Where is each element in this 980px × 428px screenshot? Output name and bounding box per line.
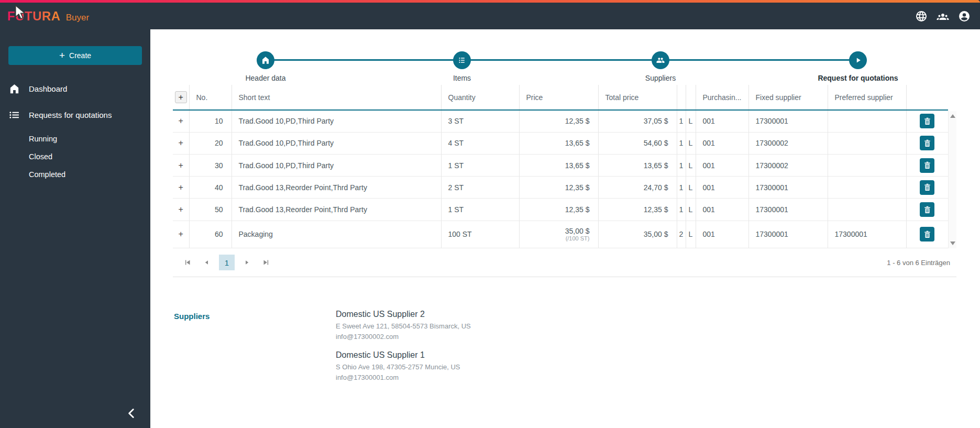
supplier-address: S Ohio Ave 198, 47305-2757 Muncie, US: [336, 362, 471, 372]
row-expander[interactable]: +: [173, 199, 189, 221]
supplier-email: info@17300001.com: [336, 372, 471, 383]
cell-u2: L: [686, 110, 696, 132]
sidebar-item-requests-for-quotations[interactable]: Requests for quotations: [0, 102, 150, 128]
row-expander[interactable]: +: [173, 221, 189, 248]
cell-quantity: 4 ST: [441, 132, 519, 154]
cell-preferred-supplier: 17300001: [828, 221, 906, 248]
trash-icon: [923, 117, 931, 125]
topbar-actions: [915, 9, 971, 23]
globe-icon[interactable]: [915, 9, 928, 23]
row-expander[interactable]: +: [173, 132, 189, 154]
delete-row-button[interactable]: [920, 136, 934, 150]
cell-purchasing: 001: [696, 177, 748, 199]
delete-row-button[interactable]: [920, 158, 934, 173]
step-header-data-circle[interactable]: [257, 51, 274, 69]
scroll-down-arrow-icon[interactable]: [950, 242, 955, 245]
scroll-up-arrow-icon[interactable]: [950, 114, 955, 118]
app-logo[interactable]: FUTURA Buyer: [7, 9, 89, 24]
cell-quantity: 3 ST: [441, 110, 519, 132]
sidebar-subitem-running[interactable]: Running: [0, 130, 150, 148]
wizard-stepper: Header data Items Suppliers Request for …: [150, 29, 980, 85]
cell-actions: [906, 154, 948, 176]
users-icon[interactable]: [936, 9, 949, 23]
cell-preferred-supplier: [828, 199, 906, 221]
cell-short-text: Trad.Good 10,PD,Third Party: [232, 110, 441, 132]
price-value: 12,35 $: [565, 205, 590, 214]
table-scrollbar[interactable]: [948, 111, 956, 248]
table-header-row: + No. Short text Quantity Price Total pr…: [173, 85, 948, 110]
cell-u2: L: [686, 132, 696, 154]
table-row: + 20 Trad.Good 10,PD,Third Party 4 ST 13…: [173, 132, 948, 154]
suppliers-title: Suppliers: [174, 310, 336, 383]
step-request-for-quotations-circle[interactable]: [849, 51, 867, 69]
price-unit: (/100 ST): [520, 235, 590, 242]
cell-actions: [906, 110, 948, 132]
play-icon: [853, 56, 863, 65]
cell-preferred-supplier: [828, 154, 906, 176]
cell-total-price: 54,60 $: [598, 132, 677, 154]
sidebar-collapse-button[interactable]: [123, 405, 140, 422]
cell-no: 40: [189, 177, 232, 199]
cell-total-price: 24,70 $: [598, 177, 677, 199]
sidebar-subitem-completed[interactable]: Completed: [0, 166, 150, 183]
sidebar-item-dashboard[interactable]: Dashboard: [0, 75, 150, 102]
cell-preferred-supplier: [828, 110, 906, 132]
step-label: Header data: [197, 74, 334, 82]
people-icon: [656, 56, 665, 65]
row-expander[interactable]: +: [173, 110, 189, 132]
row-expander[interactable]: +: [173, 177, 189, 199]
column-header-actions: [906, 85, 948, 110]
step-items-circle[interactable]: [453, 51, 471, 69]
account-icon[interactable]: [957, 9, 971, 23]
sidebar-subitem-closed[interactable]: Closed: [0, 148, 150, 166]
pagination-current-page[interactable]: 1: [219, 255, 235, 270]
cell-preferred-supplier: [828, 177, 906, 199]
table-row: + 10 Trad.Good 10,PD,Third Party 3 ST 12…: [173, 110, 948, 132]
create-button-label: Create: [69, 51, 91, 60]
create-button[interactable]: + Create: [8, 46, 142, 65]
items-table: + No. Short text Quantity Price Total pr…: [173, 85, 948, 248]
delete-row-button[interactable]: [920, 202, 934, 217]
table-row: + 30 Trad.Good 10,PD,Third Party 1 ST 13…: [173, 154, 948, 176]
cell-short-text: Trad.Good 10,PD,Third Party: [232, 154, 441, 176]
column-header-fixed-supplier: Fixed supplier: [748, 85, 828, 110]
price-value: 35,00 $: [565, 227, 590, 235]
brand-suffix: Buyer: [66, 13, 89, 23]
plus-icon: +: [59, 50, 65, 60]
cell-short-text: Trad.Good 10,PD,Third Party: [232, 132, 441, 154]
cell-actions: [906, 199, 948, 221]
pagination-prev-button[interactable]: [200, 256, 213, 269]
cell-total-price: 12,35 $: [598, 199, 677, 221]
pagination-first-button[interactable]: [181, 256, 194, 269]
sidebar: + Create Dashboard Requests for quotatio…: [0, 29, 150, 428]
cell-quantity: 1 ST: [441, 154, 519, 176]
pagination-last-button[interactable]: [259, 256, 273, 269]
cell-purchasing: 001: [696, 154, 748, 176]
cell-u1: 1: [677, 132, 686, 154]
table-row: + 60 Packaging 100 ST 35,00 $ (/100 ST) …: [173, 221, 948, 248]
delete-row-button[interactable]: [920, 114, 934, 128]
cell-preferred-supplier: [828, 132, 906, 154]
row-expander[interactable]: +: [173, 154, 189, 176]
cell-purchasing: 001: [696, 199, 748, 221]
top-bar: FUTURA Buyer: [0, 0, 980, 29]
delete-row-button[interactable]: [920, 227, 934, 242]
step-suppliers-circle[interactable]: [652, 51, 669, 69]
column-header-total-price: Total price: [598, 85, 677, 110]
cell-purchasing: 001: [696, 132, 748, 154]
price-value: 12,35 $: [565, 117, 590, 125]
cell-price: 35,00 $ (/100 ST): [519, 221, 598, 248]
cell-no: 20: [189, 132, 232, 154]
delete-row-button[interactable]: [920, 180, 934, 195]
table-row: + 50 Trad.Good 13,Reorder Point,Thrd Par…: [173, 199, 948, 221]
column-header-quantity: Quantity: [441, 85, 519, 110]
home-icon: [261, 56, 270, 65]
supplier-name: Domestic US Supplier 1: [336, 350, 471, 360]
pagination-next-button[interactable]: [240, 256, 254, 269]
cell-price: 12,35 $: [519, 199, 598, 221]
cell-total-price: 13,65 $: [598, 154, 677, 176]
cell-actions: [906, 132, 948, 154]
chevron-left-icon: [125, 407, 138, 420]
add-row-button[interactable]: +: [175, 91, 187, 103]
column-header-preferred-supplier: Preferred supplier: [828, 85, 906, 110]
